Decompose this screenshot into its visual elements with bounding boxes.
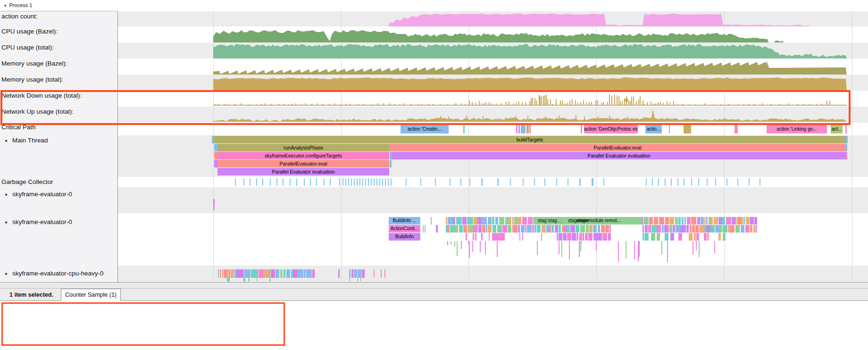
trace-slice[interactable] <box>227 278 230 282</box>
trace-slice[interactable] <box>275 269 279 278</box>
trace-slice[interactable] <box>518 225 520 233</box>
trace-slice[interactable] <box>532 225 534 233</box>
critical-path-slice[interactable]: actio... <box>645 125 662 133</box>
trace-slice[interactable] <box>657 225 661 233</box>
skyframe-slice[interactable]: BuildInfo ... <box>389 217 420 225</box>
trace-slice[interactable] <box>549 225 551 233</box>
trace-slice[interactable] <box>676 225 681 233</box>
trace-slice[interactable] <box>669 217 674 225</box>
counter-spike[interactable] <box>562 100 563 105</box>
counter-spike[interactable] <box>440 116 441 122</box>
counter-spike[interactable] <box>509 101 509 105</box>
trace-slice[interactable] <box>723 233 726 241</box>
trace-slice[interactable] <box>583 233 584 241</box>
trace-slice[interactable] <box>224 269 227 278</box>
counter-spike[interactable] <box>655 103 656 105</box>
trace-slice[interactable] <box>673 225 675 233</box>
counter-spike[interactable] <box>541 97 542 105</box>
gc-event-tick[interactable] <box>365 178 366 186</box>
call-stack-line[interactable] <box>485 241 486 255</box>
trace-slice[interactable] <box>269 269 270 278</box>
counter-track-mem-total[interactable] <box>118 75 868 91</box>
trace-slice[interactable] <box>667 225 668 233</box>
trace-slice[interactable] <box>502 225 507 233</box>
gc-event-tick[interactable] <box>534 178 535 186</box>
trace-slice[interactable] <box>675 217 678 225</box>
gc-event-tick[interactable] <box>671 178 672 186</box>
trace-slice[interactable] <box>706 225 710 233</box>
trace-slice[interactable] <box>710 225 715 233</box>
trace-slice[interactable] <box>381 269 382 278</box>
trace-slice[interactable] <box>482 225 485 233</box>
gc-event-tick[interactable] <box>388 178 389 186</box>
counter-spike[interactable] <box>428 104 429 105</box>
trace-slice[interactable] <box>358 269 361 278</box>
counter-spike[interactable] <box>543 96 544 105</box>
sidebar-item-memory-usage-bazel[interactable]: Memory usage (Bazel): <box>0 60 117 67</box>
trace-slice[interactable] <box>691 217 696 225</box>
trace-slice[interactable] <box>694 233 696 241</box>
counter-spike[interactable] <box>505 117 506 122</box>
critical-path-slice[interactable]: action 'Creatin... <box>401 125 449 133</box>
counter-track-cpu-bazel[interactable] <box>118 26 868 42</box>
trace-slice[interactable] <box>492 225 497 233</box>
trace-slice[interactable] <box>732 217 736 225</box>
call-stack-line[interactable] <box>693 241 693 255</box>
counter-spike[interactable] <box>647 102 648 105</box>
counter-spike[interactable] <box>311 104 312 105</box>
trace-slice[interactable] <box>750 225 752 233</box>
call-stack-line[interactable] <box>696 241 697 250</box>
call-stack-line[interactable] <box>699 241 700 257</box>
counter-spike[interactable] <box>489 102 490 105</box>
gc-event-tick[interactable] <box>262 178 263 186</box>
counter-spike[interactable] <box>341 104 342 105</box>
counter-spike[interactable] <box>572 99 573 105</box>
counter-spike[interactable] <box>826 101 827 105</box>
counter-spike[interactable] <box>797 104 798 105</box>
trace-slice[interactable] <box>508 225 511 233</box>
counter-spike[interactable] <box>496 103 497 105</box>
trace-slice[interactable] <box>470 225 473 233</box>
counter-spike[interactable] <box>329 104 330 105</box>
trace-slice[interactable] <box>243 278 245 282</box>
trace-slice[interactable] <box>682 217 684 225</box>
gc-event-tick[interactable] <box>677 178 678 186</box>
gc-event-tick[interactable] <box>256 178 257 186</box>
counter-spike[interactable] <box>518 101 519 105</box>
call-stack-line[interactable] <box>714 241 715 253</box>
counter-spike[interactable] <box>788 103 789 105</box>
counter-spike[interactable] <box>617 95 618 105</box>
skyframe-slice[interactable]: ActionConti... <box>389 225 420 233</box>
trace-slice[interactable] <box>362 269 365 278</box>
counter-spike[interactable] <box>474 117 475 122</box>
counter-spike[interactable] <box>673 101 674 105</box>
trace-slice[interactable] <box>684 217 686 225</box>
trace-slice[interactable] <box>213 199 215 205</box>
call-stack-line[interactable] <box>472 241 473 252</box>
trace-slice[interactable] <box>495 217 498 225</box>
call-stack-line[interactable] <box>457 241 458 256</box>
counter-spike[interactable] <box>636 101 637 105</box>
counter-spike[interactable] <box>597 100 598 105</box>
counter-spike[interactable] <box>383 103 384 105</box>
gc-event-tick[interactable] <box>371 178 372 186</box>
counter-spike[interactable] <box>472 102 473 105</box>
counter-spike[interactable] <box>491 103 492 105</box>
counter-spike[interactable] <box>546 95 547 105</box>
gc-event-tick[interactable] <box>339 178 340 186</box>
gc-event-tick[interactable] <box>544 178 545 186</box>
trace-slice[interactable] <box>602 233 606 241</box>
gc-event-tick[interactable] <box>406 178 407 186</box>
counter-spike[interactable] <box>461 103 462 105</box>
gc-event-tick[interactable] <box>304 178 305 186</box>
counter-spike[interactable] <box>410 104 411 105</box>
counter-spike[interactable] <box>762 103 763 105</box>
counter-spike[interactable] <box>469 100 470 105</box>
counter-spike[interactable] <box>595 100 596 105</box>
trace-slice[interactable] <box>570 225 576 233</box>
trace-slice[interactable] <box>492 217 494 225</box>
call-stack-line[interactable] <box>626 241 626 258</box>
trace-slice[interactable] <box>228 269 230 278</box>
critical-path-slice[interactable] <box>684 125 691 133</box>
trace-slice[interactable] <box>280 269 283 278</box>
